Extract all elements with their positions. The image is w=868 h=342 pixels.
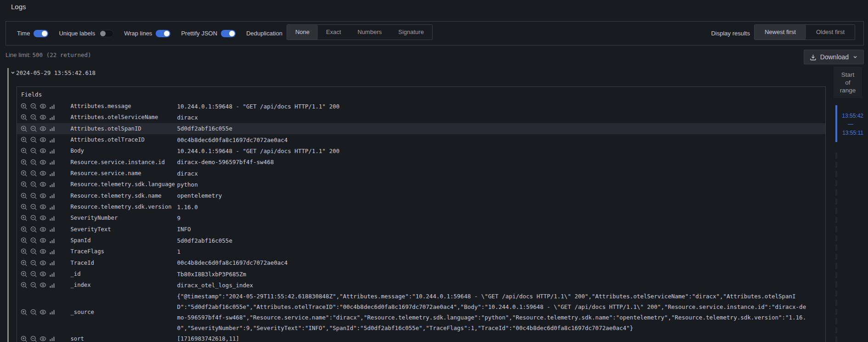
field-stats-chart-icon[interactable] — [50, 148, 55, 154]
toggle-visibility-eye-icon[interactable] — [39, 137, 46, 143]
range-dashed-line — [835, 153, 837, 342]
filter-for-value-icon[interactable] — [21, 215, 27, 221]
field-stats-chart-icon[interactable] — [50, 193, 55, 199]
filter-out-value-icon[interactable] — [30, 170, 37, 177]
filter-out-value-icon[interactable] — [30, 260, 37, 266]
filter-for-value-icon[interactable] — [21, 237, 27, 244]
dedup-option-none[interactable]: None — [287, 25, 318, 40]
time-toggle-knob — [42, 31, 47, 36]
filter-for-value-icon[interactable] — [21, 193, 27, 199]
filter-for-value-icon[interactable] — [21, 181, 27, 188]
field-stats-chart-icon[interactable] — [50, 171, 55, 177]
toggle-visibility-eye-icon[interactable] — [39, 193, 46, 199]
field-stats-chart-icon[interactable] — [50, 260, 55, 266]
toggle-visibility-eye-icon[interactable] — [39, 309, 46, 315]
filter-out-value-icon[interactable] — [30, 114, 37, 120]
filter-out-value-icon[interactable] — [30, 336, 37, 342]
wrap-lines-toggle[interactable] — [156, 30, 170, 37]
filter-for-value-icon[interactable] — [21, 137, 27, 143]
field-stats-chart-icon[interactable] — [50, 103, 55, 109]
filter-out-value-icon[interactable] — [30, 237, 37, 244]
toggle-visibility-eye-icon[interactable] — [39, 114, 46, 120]
field-stats-chart-icon[interactable] — [50, 249, 55, 255]
filter-out-value-icon[interactable] — [30, 181, 37, 188]
filter-out-value-icon[interactable] — [30, 282, 37, 288]
download-button[interactable]: Download — [804, 50, 864, 64]
field-stats-chart-icon[interactable] — [50, 125, 55, 131]
toggle-visibility-eye-icon[interactable] — [39, 103, 46, 109]
field-name: _source — [71, 309, 177, 315]
toggle-visibility-eye-icon[interactable] — [39, 336, 46, 342]
logs-options-toolbar: Time Unique labels Wrap lines Prettify J… — [6, 21, 864, 46]
filter-out-value-icon[interactable] — [30, 137, 37, 143]
field-row: TraceId00c4b8dec6d0fa8c1697dc7072ae0ac4 — [17, 257, 825, 268]
filter-out-value-icon[interactable] — [30, 159, 37, 165]
toggle-visibility-eye-icon[interactable] — [39, 260, 46, 266]
field-name: Attributes.otelTraceID — [71, 137, 177, 143]
time-toggle[interactable] — [34, 30, 48, 37]
field-name: Resource.telemetry.sdk.language — [71, 181, 177, 188]
filter-for-value-icon[interactable] — [21, 148, 27, 154]
filter-out-value-icon[interactable] — [30, 125, 37, 132]
filter-out-value-icon[interactable] — [30, 103, 37, 109]
filter-for-value-icon[interactable] — [21, 170, 27, 177]
toggle-visibility-eye-icon[interactable] — [39, 170, 46, 177]
field-stats-chart-icon[interactable] — [50, 271, 55, 277]
dedup-option-exact[interactable]: Exact — [318, 25, 349, 40]
filter-for-value-icon[interactable] — [21, 282, 27, 288]
dedup-option-signature[interactable]: Signature — [390, 25, 432, 40]
toggle-visibility-eye-icon[interactable] — [39, 248, 46, 255]
filter-out-value-icon[interactable] — [30, 148, 37, 154]
log-row-chevron-down-icon[interactable] — [10, 70, 16, 75]
filter-out-value-icon[interactable] — [30, 271, 37, 277]
toggle-visibility-eye-icon[interactable] — [39, 181, 46, 188]
toggle-visibility-eye-icon[interactable] — [39, 271, 46, 277]
filter-out-value-icon[interactable] — [30, 193, 37, 199]
field-stats-chart-icon[interactable] — [50, 182, 55, 188]
toggle-visibility-eye-icon[interactable] — [39, 125, 46, 132]
filter-for-value-icon[interactable] — [21, 204, 27, 210]
filter-for-value-icon[interactable] — [21, 159, 27, 165]
filter-out-value-icon[interactable] — [30, 204, 37, 210]
filter-for-value-icon[interactable] — [21, 309, 27, 315]
toggle-visibility-eye-icon[interactable] — [39, 204, 46, 210]
field-stats-chart-icon[interactable] — [50, 226, 55, 232]
filter-out-value-icon[interactable] — [30, 309, 37, 315]
filter-for-value-icon[interactable] — [21, 226, 27, 233]
field-value: 1.16.0 — [177, 202, 807, 212]
filter-for-value-icon[interactable] — [21, 271, 27, 277]
filter-out-value-icon[interactable] — [30, 248, 37, 255]
filter-for-value-icon[interactable] — [21, 260, 27, 266]
field-stats-chart-icon[interactable] — [50, 137, 55, 143]
field-row-actions — [21, 103, 55, 109]
field-stats-chart-icon[interactable] — [50, 159, 55, 165]
toggle-visibility-eye-icon[interactable] — [39, 148, 46, 154]
filter-out-value-icon[interactable] — [30, 215, 37, 221]
display-option-oldest-first[interactable]: Oldest first — [806, 25, 855, 40]
field-stats-chart-icon[interactable] — [50, 282, 55, 288]
filter-for-value-icon[interactable] — [21, 103, 27, 109]
filter-for-value-icon[interactable] — [21, 336, 27, 342]
toggle-visibility-eye-icon[interactable] — [39, 215, 46, 221]
log-timestamp[interactable]: 2024-05-29 13:55:42.618 — [16, 69, 96, 76]
filter-for-value-icon[interactable] — [21, 114, 27, 120]
field-stats-chart-icon[interactable] — [50, 309, 55, 315]
prettify-json-toggle[interactable] — [221, 30, 236, 37]
toggle-visibility-eye-icon[interactable] — [39, 237, 46, 244]
field-stats-chart-icon[interactable] — [50, 336, 55, 342]
field-value: 9 — [177, 213, 807, 223]
toggle-visibility-eye-icon[interactable] — [39, 282, 46, 288]
filter-for-value-icon[interactable] — [21, 248, 27, 255]
display-option-newest-first[interactable]: Newest first — [755, 25, 806, 40]
unique-labels-toggle[interactable] — [99, 30, 113, 37]
dedup-option-numbers[interactable]: Numbers — [349, 25, 390, 40]
filter-out-value-icon[interactable] — [30, 226, 37, 233]
toggle-visibility-eye-icon[interactable] — [39, 226, 46, 233]
field-stats-chart-icon[interactable] — [50, 238, 55, 244]
field-stats-chart-icon[interactable] — [50, 114, 55, 120]
field-name: TraceId — [71, 260, 177, 266]
field-stats-chart-icon[interactable] — [50, 215, 55, 221]
filter-for-value-icon[interactable] — [21, 125, 27, 132]
field-stats-chart-icon[interactable] — [50, 204, 55, 210]
toggle-visibility-eye-icon[interactable] — [39, 159, 46, 165]
